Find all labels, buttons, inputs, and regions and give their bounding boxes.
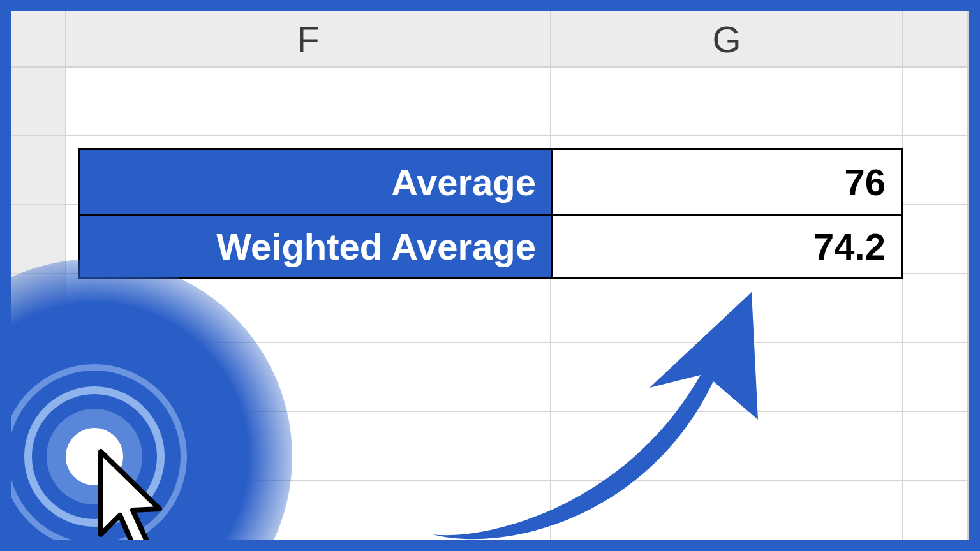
cell[interactable] xyxy=(66,68,551,135)
grid-row xyxy=(11,68,969,136)
column-header-g[interactable]: G xyxy=(551,11,903,66)
cell[interactable] xyxy=(903,412,969,480)
weighted-average-value-cell[interactable]: 74.2 xyxy=(553,216,901,277)
column-header-row: F G xyxy=(11,11,969,68)
mouse-cursor-icon xyxy=(88,445,171,540)
cell[interactable] xyxy=(903,205,969,273)
average-value-cell[interactable]: 76 xyxy=(553,150,901,214)
column-header-next[interactable] xyxy=(903,11,969,66)
curved-arrow-icon xyxy=(394,279,777,540)
column-header-f[interactable]: F xyxy=(66,11,551,66)
cell[interactable] xyxy=(903,343,969,411)
cell[interactable] xyxy=(903,136,969,204)
header-corner xyxy=(11,11,66,66)
table-row: Average 76 xyxy=(80,150,901,214)
result-table: Average 76 Weighted Average 74.2 xyxy=(78,148,903,279)
row-header[interactable] xyxy=(11,136,66,204)
cell[interactable] xyxy=(903,68,969,135)
cell[interactable] xyxy=(551,68,903,135)
table-row: Weighted Average 74.2 xyxy=(80,214,901,277)
cell[interactable] xyxy=(903,274,969,342)
cell[interactable] xyxy=(903,481,969,540)
row-header[interactable] xyxy=(11,68,66,135)
average-label-cell[interactable]: Average xyxy=(80,150,553,214)
spreadsheet-viewport: F G xyxy=(11,11,969,540)
outer-frame: F G xyxy=(0,0,980,551)
